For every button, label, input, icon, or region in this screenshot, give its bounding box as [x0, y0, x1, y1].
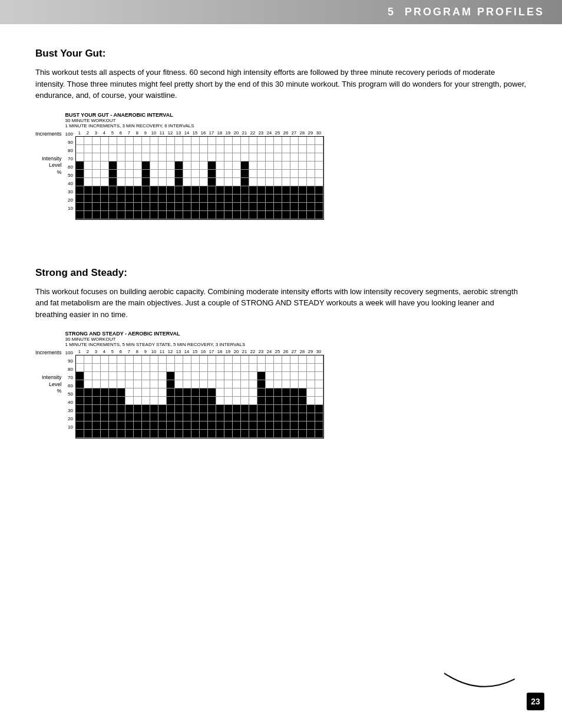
grid-cell — [92, 153, 101, 162]
grid-cell — [76, 186, 84, 195]
grid-cell — [233, 364, 241, 372]
grid-cell — [158, 430, 167, 438]
grid-cell — [150, 178, 158, 186]
grid-cell — [290, 430, 299, 438]
grid-cell — [134, 397, 142, 405]
grid-cell — [257, 145, 266, 153]
grid-cell — [208, 145, 216, 153]
grid-cell — [167, 186, 175, 195]
grid-cell — [101, 405, 109, 413]
grid-cell — [175, 380, 183, 388]
x-axis-label: 30 — [315, 349, 323, 354]
grid-cell — [142, 178, 150, 186]
grid-cell — [290, 405, 299, 413]
grid-cell — [290, 355, 299, 364]
x-axis-label: 1 — [75, 130, 84, 136]
grid-cell — [101, 430, 109, 438]
grid-cell — [216, 421, 224, 430]
section1-body: This workout tests all aspects of your f… — [35, 67, 527, 101]
grid-row — [76, 145, 323, 153]
grid-cell — [175, 413, 183, 421]
grid-cell — [150, 372, 158, 380]
y-axis-label: 80 — [65, 147, 74, 155]
grid-cell — [109, 364, 117, 372]
grid-cell — [191, 145, 200, 153]
grid-cell — [76, 137, 84, 145]
grid-cell — [208, 195, 216, 203]
x-axis-label: 6 — [117, 349, 125, 354]
x-axis-label: 30 — [315, 130, 323, 136]
grid-row — [76, 162, 323, 170]
grid-row — [76, 203, 323, 211]
grid-cell — [191, 388, 200, 397]
grid-cell — [307, 380, 315, 388]
grid-cell — [315, 372, 323, 380]
grid-cell — [150, 145, 158, 153]
grid-cell — [125, 421, 134, 430]
grid-cell — [167, 145, 175, 153]
section2-title: Strong and Steady: — [35, 267, 527, 279]
grid-row — [76, 211, 323, 219]
grid-cell — [274, 355, 282, 364]
grid-cell — [307, 405, 315, 413]
chart1-increments-label: Increments — [35, 131, 62, 137]
grid-cell — [117, 355, 125, 364]
x-axis-label: 9 — [141, 130, 150, 136]
x-axis-label: 17 — [207, 349, 216, 354]
grid-cell — [233, 355, 241, 364]
grid-cell — [241, 397, 249, 405]
grid-cell — [299, 388, 307, 397]
grid-cell — [125, 211, 134, 219]
grid-cell — [125, 364, 134, 372]
grid-cell — [315, 413, 323, 421]
grid-cell — [274, 430, 282, 438]
grid-cell — [257, 211, 266, 219]
x-axis-label: 7 — [125, 349, 133, 354]
grid-cell — [175, 388, 183, 397]
grid-cell — [109, 421, 117, 430]
grid-cell — [167, 178, 175, 186]
grid-cell — [84, 137, 92, 145]
grid-cell — [241, 388, 249, 397]
chart2-increments-label: Increments — [35, 350, 62, 355]
grid-cell — [224, 372, 233, 380]
grid-cell — [125, 195, 134, 203]
grid-cell — [125, 355, 134, 364]
grid-cell — [200, 397, 208, 405]
grid-cell — [191, 405, 200, 413]
grid-cell — [224, 430, 233, 438]
grid-cell — [175, 355, 183, 364]
x-axis-label: 28 — [298, 130, 306, 136]
grid-cell — [290, 162, 299, 170]
grid-cell — [307, 170, 315, 178]
grid-cell — [183, 170, 191, 178]
grid-cell — [175, 211, 183, 219]
grid-cell — [282, 145, 290, 153]
grid-cell — [208, 178, 216, 186]
grid-cell — [249, 137, 257, 145]
grid-cell — [101, 372, 109, 380]
grid-cell — [142, 186, 150, 195]
grid-cell — [315, 405, 323, 413]
grid-cell — [109, 195, 117, 203]
grid-cell — [200, 137, 208, 145]
grid-cell — [134, 137, 142, 145]
y-axis-label: 20 — [65, 415, 74, 423]
grid-cell — [299, 397, 307, 405]
grid-row — [76, 364, 323, 372]
grid-cell — [175, 153, 183, 162]
grid-cell — [101, 421, 109, 430]
grid-cell — [249, 413, 257, 421]
grid-cell — [282, 388, 290, 397]
grid-row — [76, 421, 323, 430]
x-axis-label: 19 — [224, 130, 232, 136]
grid-cell — [183, 430, 191, 438]
grid-cell — [307, 364, 315, 372]
grid-cell — [158, 364, 167, 372]
grid-cell — [224, 170, 233, 178]
grid-cell — [76, 397, 84, 405]
chart1-container: Increments Intensity Level % BUST YOUR G… — [35, 112, 527, 220]
grid-cell — [216, 170, 224, 178]
grid-cell — [158, 170, 167, 178]
grid-cell — [290, 413, 299, 421]
